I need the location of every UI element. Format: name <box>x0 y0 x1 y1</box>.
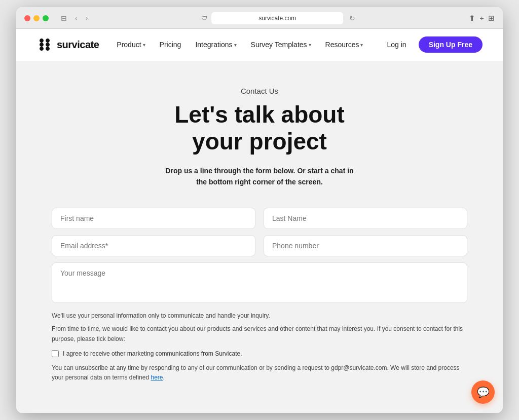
main-content: Contact Us Let's talk about your project… <box>31 61 488 413</box>
contact-heading: Let's talk about your project <box>52 101 467 155</box>
nav-resources[interactable]: Resources ▾ <box>319 37 369 52</box>
marketing-consent-checkbox[interactable] <box>52 350 59 357</box>
new-tab-button[interactable]: + <box>479 14 484 22</box>
product-chevron-icon: ▾ <box>143 42 145 48</box>
browser-actions: ⬆ + ⊞ <box>469 14 495 23</box>
phone-input[interactable] <box>264 235 467 256</box>
security-icon: 🛡 <box>201 15 207 22</box>
contact-form: We'll use your personal information only… <box>52 208 467 383</box>
logo-text: survicate <box>57 39 99 51</box>
forward-button[interactable]: › <box>84 13 90 23</box>
back-button[interactable]: ‹ <box>73 13 80 23</box>
marketing-consent-row: I agree to receive other marketing commu… <box>52 350 467 357</box>
contact-label: Contact Us <box>52 87 467 95</box>
first-name-input[interactable] <box>52 208 255 229</box>
message-textarea[interactable] <box>52 262 467 303</box>
nav-auth: Log in Sign Up Free <box>381 36 483 53</box>
page-content: survicate Product ▾ Pricing Integrations… <box>16 29 503 413</box>
minimize-button[interactable] <box>33 15 40 21</box>
consent-text: From time to time, we would like to cont… <box>52 324 467 343</box>
last-name-input[interactable] <box>264 208 467 229</box>
here-link[interactable]: here <box>151 374 163 381</box>
logo[interactable]: survicate <box>36 36 99 53</box>
share-button[interactable]: ⬆ <box>469 14 475 23</box>
reload-button[interactable]: ↻ <box>347 13 357 23</box>
login-button[interactable]: Log in <box>381 37 412 52</box>
chat-button[interactable]: 💬 <box>471 380 495 404</box>
heading-line1: Let's talk about <box>174 101 345 128</box>
heading-line2: your project <box>192 128 327 155</box>
signup-button[interactable]: Sign Up Free <box>419 36 483 53</box>
survey-templates-chevron-icon: ▾ <box>309 42 311 48</box>
nav-links: Product ▾ Pricing Integrations ▾ Survey … <box>110 37 369 52</box>
integrations-chevron-icon: ▾ <box>234 42 237 48</box>
grid-view-button[interactable]: ⊞ <box>488 14 495 23</box>
address-bar-wrap: 🛡 ↻ <box>96 12 463 24</box>
name-row <box>52 208 467 229</box>
nav-integrations[interactable]: Integrations ▾ <box>189 37 242 52</box>
contact-row <box>52 235 467 256</box>
unsubscribe-text: You can unsubscribe at any time by respo… <box>52 363 467 383</box>
nav-pricing[interactable]: Pricing <box>154 37 188 52</box>
fullscreen-button[interactable] <box>43 15 49 21</box>
privacy-info-text: We'll use your personal information only… <box>52 311 467 320</box>
resources-chevron-icon: ▾ <box>360 42 363 48</box>
navbar: survicate Product ▾ Pricing Integrations… <box>16 29 503 61</box>
browser-controls: ⊟ ‹ › <box>59 13 90 23</box>
logo-icon <box>36 36 53 53</box>
browser-chrome: ⊟ ‹ › 🛡 ↻ ⬆ + ⊞ <box>16 7 503 29</box>
chat-icon: 💬 <box>477 386 490 398</box>
nav-product[interactable]: Product ▾ <box>110 37 151 52</box>
sidebar-toggle-button[interactable]: ⊟ <box>59 13 69 23</box>
contact-subheading: Drop us a line through the form below. O… <box>52 165 467 188</box>
marketing-consent-label[interactable]: I agree to receive other marketing commu… <box>63 350 242 357</box>
traffic-lights <box>24 15 49 21</box>
email-input[interactable] <box>52 235 255 256</box>
nav-survey-templates[interactable]: Survey Templates ▾ <box>245 37 317 52</box>
address-bar[interactable] <box>211 12 343 24</box>
close-button[interactable] <box>24 15 30 21</box>
